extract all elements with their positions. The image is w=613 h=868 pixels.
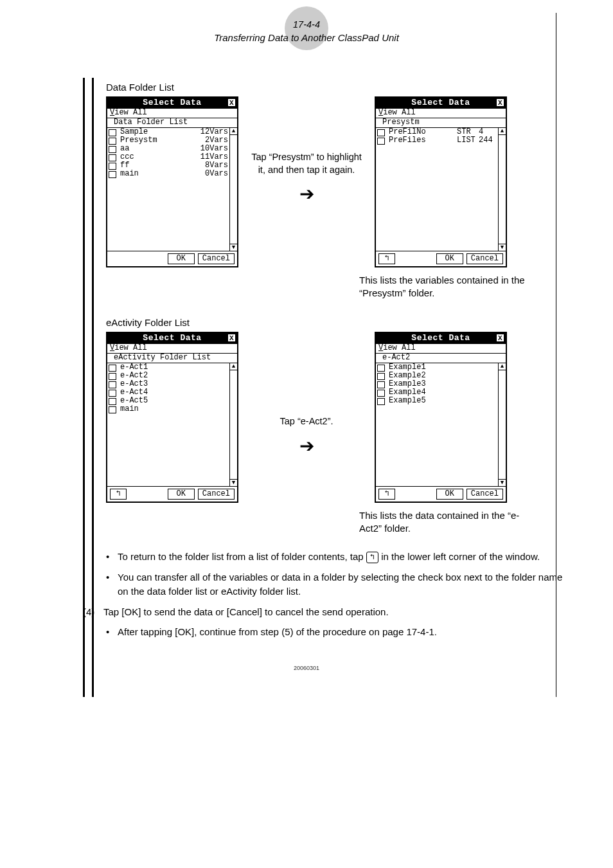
scroll-down-icon[interactable]: ▼ [499,244,506,251]
folder-list-body: Sample12Vars Presystm2Vars aa10Vars ccc1… [107,128,229,251]
cancel-button[interactable]: Cancel [198,489,235,500]
panel-path: e-Act2 [376,354,506,363]
list-item[interactable]: PreFilesLIST244 [376,137,498,145]
checkbox[interactable] [377,398,385,405]
eactivity-list-body: e-Act1 e-Act2 e-Act3 e-Act4 e-Act5 main [107,363,229,486]
body-b1b: in the lower left corner of the window. [381,551,540,562]
item-name: ccc [120,153,200,162]
panel-title: Select Data X [107,333,237,344]
checkbox[interactable] [377,138,385,145]
scrollbar[interactable]: ▲ ▼ [498,128,506,251]
menu-rest: iew All [114,109,147,118]
ok-button[interactable]: OK [168,489,195,500]
panel-title-text: Select Data [143,98,201,107]
ok-button[interactable]: OK [436,253,463,265]
checkbox[interactable] [109,129,116,136]
item-type: LIST [457,136,479,145]
back-button[interactable]: ↰ [378,489,395,500]
list-item[interactable]: main0Vars [107,170,229,179]
panel-menu[interactable]: View All [107,344,237,354]
section-b-caption: This lists the data contained in the “e-… [359,509,539,534]
checkbox[interactable] [109,163,116,170]
scroll-up-icon[interactable]: ▲ [499,128,506,135]
panel-data-folder-list: Select Data X View All Data Folder List … [106,96,238,267]
scroll-up-icon[interactable]: ▲ [230,128,237,135]
checkbox[interactable] [109,373,116,380]
ok-button[interactable]: OK [168,253,195,265]
example-list-body: Example1 Example2 Example3 Example4 Exam… [376,363,498,486]
bullet-icon: • [106,625,118,639]
checkbox[interactable] [109,146,116,153]
list-item[interactable]: Example5 [376,397,498,406]
scroll-up-icon[interactable]: ▲ [230,363,237,370]
menu-underline: V [378,344,383,353]
page-number: 17-4-4 [114,19,499,30]
body-b1a: To return to the folder list from a list… [118,551,366,562]
panel-menu[interactable]: View All [107,109,237,118]
back-button[interactable]: ↰ [378,253,395,264]
checkbox[interactable] [109,171,116,178]
panel-title: Select Data X [376,333,506,344]
menu-rest: iew All [383,109,415,118]
body-text: • To return to the folder list from a li… [106,550,565,639]
back-button[interactable]: ↰ [110,489,127,500]
menu-underline: V [378,109,383,118]
back-icon: ↰ [366,552,378,563]
instruction-b: Tap “e-Act2”. ➔ [250,332,363,455]
item-name: Example5 [389,397,498,406]
body-bullet-2: You can transfer all of the variables or… [118,570,565,599]
panel-title-text: Select Data [411,333,470,343]
checkbox[interactable] [377,381,385,388]
panel-title-text: Select Data [411,98,470,107]
footer-date: 20060301 [22,665,591,671]
close-icon[interactable]: X [496,98,504,107]
checkbox[interactable] [377,365,385,372]
instruction-text: Tap “e-Act2”. [250,415,363,428]
list-item[interactable]: main [107,406,229,414]
close-icon[interactable]: X [227,334,236,342]
panel-menu[interactable]: View All [376,344,506,354]
ok-button[interactable]: OK [436,489,463,500]
close-icon[interactable]: X [227,98,236,107]
variable-list-body: PreFilNoSTR4 PreFilesLIST244 [376,128,498,251]
scroll-up-icon[interactable]: ▲ [499,363,506,370]
checkbox[interactable] [109,138,116,145]
scroll-down-icon[interactable]: ▼ [230,244,237,251]
section-a-label: Data Folder List [106,82,565,93]
arrow-right-icon: ➔ [250,437,363,455]
scroll-down-icon[interactable]: ▼ [499,479,506,486]
panel-eactivity-folder-list: Select Data X View All eActivity Folder … [106,332,238,503]
scroll-down-icon[interactable]: ▼ [230,479,237,486]
scrollbar[interactable]: ▲ ▼ [229,363,237,486]
panel-menu[interactable]: View All [376,109,506,118]
menu-underline: V [110,344,114,353]
checkbox[interactable] [377,373,385,380]
scrollbar[interactable]: ▲ ▼ [229,128,237,251]
step-4-text: Tap [OK] to send the data or [Cancel] to… [103,605,565,619]
item-name: PreFiles [389,136,457,145]
body-bullet-1: To return to the folder list from a list… [118,550,565,564]
menu-underline: V [110,109,114,118]
scroll-thumb[interactable] [230,135,237,174]
cancel-button[interactable]: Cancel [466,489,503,500]
cancel-button[interactable]: Cancel [198,253,235,265]
scrollbar[interactable]: ▲ ▼ [498,363,506,486]
checkbox[interactable] [109,365,116,372]
scroll-thumb[interactable] [499,135,506,244]
checkbox[interactable] [109,406,116,413]
checkbox[interactable] [109,381,116,388]
checkbox[interactable] [109,398,116,405]
checkbox[interactable] [109,154,116,161]
checkbox[interactable] [109,390,116,397]
scroll-thumb[interactable] [499,370,506,480]
cancel-button[interactable]: Cancel [466,253,503,265]
arrow-right-icon: ➔ [250,185,363,203]
bullet-icon: • [106,570,118,599]
close-icon[interactable]: X [496,334,504,342]
panel-path: Presystm [376,118,506,128]
page-title: Transferring Data to Another ClassPad Un… [114,32,499,43]
panel-eact2-contents: Select Data X View All e-Act2 Example1 E… [375,332,507,503]
checkbox[interactable] [377,129,385,136]
scroll-thumb[interactable] [230,370,237,480]
checkbox[interactable] [377,390,385,397]
